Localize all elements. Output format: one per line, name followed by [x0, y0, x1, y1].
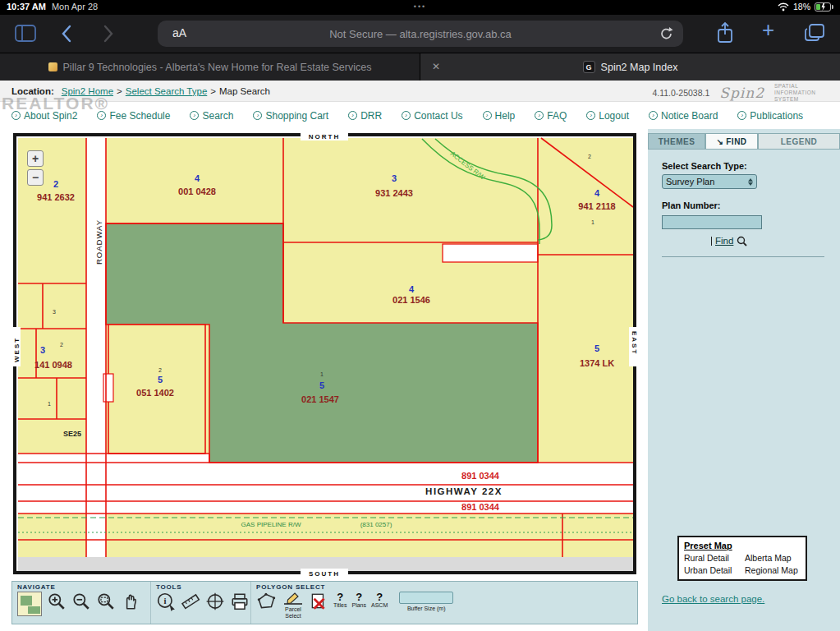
sidebar-toggle-icon[interactable] — [15, 25, 36, 42]
overview-map-thumbnail[interactable] — [17, 592, 42, 616]
tab-legend[interactable]: LEGEND — [758, 133, 840, 149]
menu-publications[interactable]: ›Publications — [737, 110, 803, 122]
gas-pipeline-label: GAS PIPELINE R/W — [241, 521, 301, 528]
highway-name-label: HIGHWAY 22X — [425, 486, 503, 496]
minor-lot-label: 2 — [60, 342, 63, 348]
version-number: 4.11.0-25038.1 — [652, 88, 709, 98]
lot-label: 3 — [392, 173, 397, 183]
menu-search[interactable]: ›Search — [190, 110, 233, 122]
safari-toolbar: aA Not Secure — alta.registries.gov.ab.c… — [0, 15, 840, 53]
bullet-arrow-icon: › — [402, 111, 411, 120]
plan-label: 941 2118 — [578, 201, 615, 211]
plan-label: 1374 LK — [580, 358, 614, 368]
back-button-icon[interactable] — [61, 25, 71, 43]
plan-label: 021 1546 — [392, 295, 430, 305]
close-tab-icon[interactable]: ✕ — [432, 61, 440, 72]
find-magnifier-icon[interactable] — [737, 236, 747, 246]
tab-overview-icon[interactable] — [805, 24, 824, 42]
menu-drr[interactable]: ›DRR — [348, 110, 382, 122]
tab-themes[interactable]: THEMES — [648, 133, 705, 149]
print-tool[interactable] — [230, 592, 250, 611]
bullet-arrow-icon: › — [97, 111, 106, 120]
menu-help[interactable]: ›Help — [483, 110, 516, 122]
clear-selection-tool[interactable] — [309, 592, 328, 611]
status-bar: 10:37 AM Mon Apr 28 ••• 18% — [0, 0, 840, 15]
breadcrumb-spin2-home[interactable]: Spin2 Home — [62, 86, 113, 96]
preset-map-title: Preset Map — [684, 541, 801, 550]
lot-label: 2 — [53, 179, 58, 189]
wifi-icon — [778, 2, 789, 12]
locate-coordinates-tool[interactable] — [205, 592, 225, 611]
breadcrumb-select-search-type[interactable]: Select Search Type — [126, 86, 208, 96]
lot-label: 4 — [195, 173, 200, 183]
forward-button-icon[interactable] — [103, 25, 114, 43]
back-to-search-link[interactable]: Go back to search page. — [662, 594, 764, 604]
bullet-arrow-icon: › — [253, 111, 262, 120]
plan-label: 931 2443 — [375, 188, 413, 198]
buffer-size-label: Buffer Size (m) — [407, 606, 446, 612]
measure-tool[interactable] — [181, 592, 200, 611]
spin2-logo-subtitle: SPATIAL INFORMATION SYSTEM — [774, 83, 832, 102]
highway-plan-label: 891 0344 — [461, 471, 500, 481]
buffer-size-input[interactable] — [399, 592, 453, 604]
menu-faq[interactable]: ›FAQ — [535, 110, 567, 122]
minor-lot-label: 1 — [320, 371, 324, 377]
minor-lot-label: 2 — [158, 367, 162, 373]
menu-about-spin2[interactable]: ›About Spin2 — [11, 110, 77, 122]
compass-south-label: SOUTH — [309, 570, 340, 578]
map-canvas[interactable]: NORTH SOUTH WEST EAST ROADWAY ACCESS R/W… — [11, 131, 638, 578]
query-ascm-button[interactable]: ? ASCM — [371, 592, 388, 609]
menu-fee-schedule[interactable]: ›Fee Schedule — [97, 110, 170, 122]
preset-alberta-map[interactable]: Alberta Map — [745, 553, 801, 563]
lot-label: 4 — [594, 188, 600, 198]
minor-lot-label: 1 — [591, 219, 594, 225]
tab-spin2-active[interactable]: ✕ G Spin2 Map Index — [420, 53, 840, 81]
roadway-label: ROADWAY — [94, 219, 103, 265]
share-icon[interactable] — [716, 21, 734, 44]
preset-regional-map[interactable]: Regional Map — [745, 565, 801, 575]
parcel-select-tool[interactable]: ParcelSelect — [282, 592, 304, 619]
polygon-select-tool[interactable] — [256, 592, 278, 611]
pan-hand-tool[interactable] — [121, 592, 140, 611]
new-tab-button[interactable]: + — [762, 17, 774, 43]
tools-section-header: TOOLS — [156, 583, 247, 591]
bullet-arrow-icon: › — [190, 111, 199, 120]
tab-find[interactable]: ↘ FIND — [705, 133, 758, 149]
preset-rural-detail[interactable]: Rural Detail — [684, 553, 740, 563]
zoom-in-tool[interactable] — [47, 592, 67, 611]
menu-notice-board[interactable]: ›Notice Board — [649, 110, 718, 122]
map-zoom-out-button[interactable]: − — [27, 169, 44, 186]
ipad-screen: 10:37 AM Mon Apr 28 ••• 18% — [0, 0, 840, 631]
reload-icon[interactable] — [659, 26, 673, 41]
map-zoom-in-button[interactable]: + — [27, 150, 44, 167]
find-tab-arrow-icon: ↘ — [716, 137, 723, 146]
plan-label: 001 0428 — [178, 187, 216, 196]
plan-label: 051 1402 — [136, 388, 174, 398]
query-titles-button[interactable]: ? Titles — [333, 592, 347, 609]
location-label: Location: — [11, 86, 54, 96]
identify-tool[interactable]: i — [156, 592, 176, 611]
tab-pillar9-label: Pillar 9 Technologies - Alberta's New Ho… — [63, 62, 372, 73]
zoom-out-tool[interactable] — [71, 592, 91, 611]
menu-logout[interactable]: ›Logout — [586, 110, 629, 122]
polygon-select-section-header: POLYGON SELECT — [256, 583, 634, 591]
bullet-arrow-icon: › — [649, 111, 658, 120]
menu-shopping-cart[interactable]: ›Shopping Cart — [253, 110, 328, 122]
query-plans-button[interactable]: ? Plans — [351, 592, 366, 609]
search-type-value: Survey Plan — [666, 177, 714, 187]
navigate-section-header: NAVIGATE — [17, 583, 147, 591]
search-type-select[interactable]: Survey Plan — [662, 174, 757, 189]
plan-number-input[interactable] — [662, 215, 762, 229]
menu-contact-us[interactable]: ›Contact Us — [402, 110, 462, 122]
preset-urban-detail[interactable]: Urban Detail — [684, 565, 740, 575]
find-button[interactable]: Find — [715, 236, 733, 246]
breadcrumb-separator: > — [210, 86, 216, 96]
se25-label: SE25 — [63, 430, 81, 438]
question-icon: ? — [356, 592, 362, 602]
svg-text:i: i — [163, 596, 166, 606]
address-bar[interactable]: aA Not Secure — alta.registries.gov.ab.c… — [158, 21, 683, 47]
zoom-window-tool[interactable] — [96, 592, 116, 611]
spin2-favicon: G — [583, 61, 595, 73]
find-tab-label: FIND — [726, 137, 746, 146]
tab-pillar9[interactable]: Pillar 9 Technologies - Alberta's New Ho… — [0, 53, 420, 81]
